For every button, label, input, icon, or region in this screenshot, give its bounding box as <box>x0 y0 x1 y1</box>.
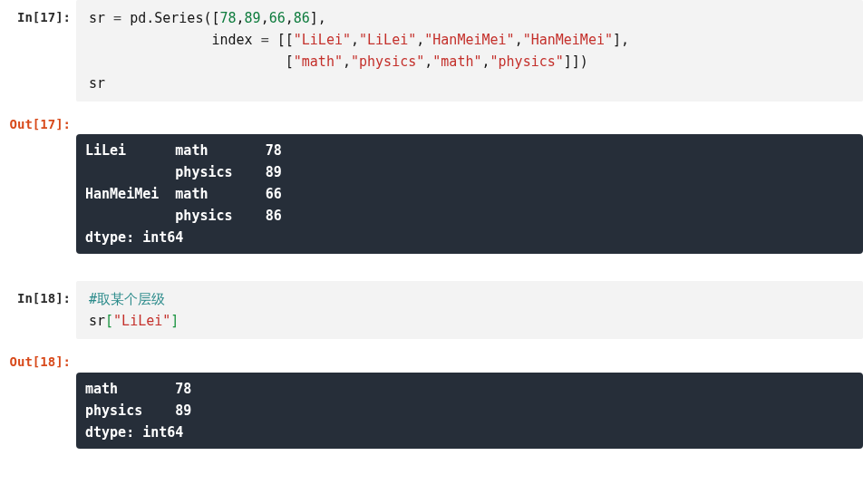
out-prompt: Out[18]: <box>0 344 76 372</box>
code-cell: In[18]: #取某个层级 sr["LiLei"] <box>0 281 863 339</box>
output-cell: Out[17]: <box>0 107 863 134</box>
code-input[interactable]: #取某个层级 sr["LiLei"] <box>76 281 863 339</box>
out-prompt: Out[17]: <box>0 107 76 134</box>
code-cell: In[17]: sr = pd.Series([78,89,66,86], in… <box>0 0 863 102</box>
code-input[interactable]: sr = pd.Series([78,89,66,86], index = [[… <box>76 0 863 102</box>
code-output: math 78 physics 89 dtype: int64 <box>76 373 863 449</box>
output-row: math 78 physics 89 dtype: int64 <box>0 373 863 449</box>
output-cell: Out[18]: <box>0 344 863 372</box>
output-row: LiLei math 78 physics 89 HanMeiMei math … <box>0 134 863 254</box>
code-output: LiLei math 78 physics 89 HanMeiMei math … <box>76 134 863 254</box>
in-prompt: In[17]: <box>0 0 76 102</box>
in-prompt: In[18]: <box>0 281 76 339</box>
